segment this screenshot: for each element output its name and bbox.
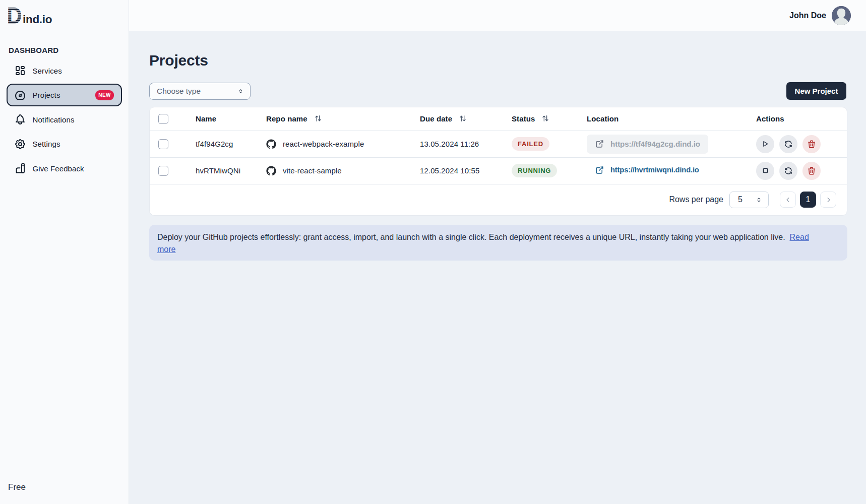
svg-text:D: D: [8, 7, 22, 24]
